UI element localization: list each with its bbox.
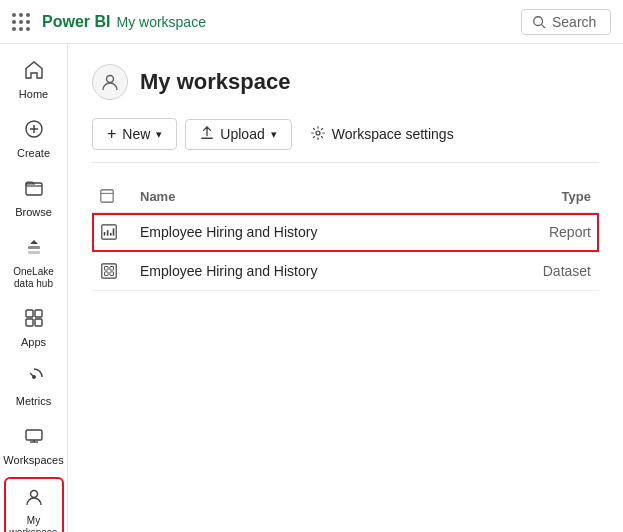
- create-icon: [24, 119, 44, 144]
- svg-rect-11: [35, 319, 42, 326]
- sidebar-item-browse[interactable]: Browse: [4, 170, 64, 227]
- sidebar-item-apps-label: Apps: [21, 336, 46, 349]
- dataset-icon: [100, 262, 140, 280]
- search-icon: [532, 15, 546, 29]
- svg-line-1: [542, 24, 546, 28]
- onelake-icon: [24, 238, 44, 263]
- svg-rect-28: [110, 272, 114, 276]
- svg-point-14: [30, 491, 37, 498]
- sidebar-item-workspaces-label: Workspaces: [3, 454, 63, 467]
- my-workspace-icon: [24, 487, 44, 512]
- svg-rect-6: [28, 246, 40, 249]
- main-content: My workspace + New ▾ Upload ▾ Workspace …: [68, 44, 623, 532]
- workspace-settings-button[interactable]: Workspace settings: [300, 119, 464, 150]
- browse-icon: [24, 178, 44, 203]
- sidebar-item-browse-label: Browse: [15, 206, 52, 219]
- col-type-header: Type: [491, 189, 591, 206]
- sidebar-item-metrics[interactable]: Metrics: [4, 359, 64, 416]
- report-icon: [100, 223, 140, 241]
- svg-rect-8: [26, 310, 33, 317]
- row-name: Employee Hiring and History: [140, 263, 491, 279]
- plus-icon: +: [107, 125, 116, 143]
- svg-rect-17: [101, 190, 113, 202]
- sidebar-item-onelake[interactable]: OneLake data hub: [4, 230, 64, 298]
- workspaces-icon: [24, 426, 44, 451]
- search-label: Search: [552, 14, 596, 30]
- workspace-settings-label: Workspace settings: [332, 126, 454, 142]
- row-name: Employee Hiring and History: [140, 224, 491, 240]
- svg-point-15: [107, 76, 114, 83]
- upload-label: Upload: [220, 126, 264, 142]
- svg-rect-5: [26, 183, 42, 195]
- sidebar-item-create-label: Create: [17, 147, 50, 160]
- sidebar-item-metrics-label: Metrics: [16, 395, 51, 408]
- topbar-workspace-link[interactable]: My workspace: [116, 14, 205, 30]
- sidebar-item-workspaces[interactable]: Workspaces: [4, 418, 64, 475]
- svg-point-0: [534, 16, 543, 25]
- sidebar-item-home-label: Home: [19, 88, 48, 101]
- apps-icon: [24, 308, 44, 333]
- main-layout: Home Create Browse OneLake data hub Apps: [0, 44, 623, 532]
- svg-rect-9: [35, 310, 42, 317]
- upload-chevron-icon: ▾: [271, 128, 277, 141]
- svg-rect-10: [26, 319, 33, 326]
- toolbar: + New ▾ Upload ▾ Workspace settings: [92, 118, 599, 163]
- sidebar-item-my-workspace[interactable]: My workspace: [4, 477, 64, 532]
- new-button[interactable]: + New ▾: [92, 118, 177, 150]
- page-title: My workspace: [140, 69, 290, 95]
- app-menu-icon[interactable]: [12, 13, 30, 31]
- page-header: My workspace: [92, 64, 599, 100]
- sidebar-item-create[interactable]: Create: [4, 111, 64, 168]
- brand-logo: Power BI: [42, 13, 110, 31]
- sidebar-item-home[interactable]: Home: [4, 52, 64, 109]
- search-box[interactable]: Search: [521, 9, 611, 35]
- svg-rect-24: [102, 264, 116, 278]
- sidebar-item-apps[interactable]: Apps: [4, 300, 64, 357]
- svg-rect-27: [105, 272, 109, 276]
- sidebar-item-onelake-label: OneLake data hub: [13, 266, 54, 290]
- home-icon: [24, 60, 44, 85]
- topbar: Power BI My workspace Search: [0, 0, 623, 44]
- table-row[interactable]: Employee Hiring and History Dataset: [92, 252, 599, 291]
- table-header: Name Type: [92, 183, 599, 213]
- svg-rect-25: [105, 267, 109, 271]
- sidebar: Home Create Browse OneLake data hub Apps: [0, 44, 68, 532]
- svg-rect-7: [28, 251, 40, 254]
- svg-rect-13: [26, 430, 42, 440]
- data-table: Name Type Employee Hiring and History Re…: [92, 183, 599, 291]
- new-label: New: [122, 126, 150, 142]
- col-name-header: Name: [140, 189, 491, 206]
- svg-rect-26: [110, 267, 114, 271]
- workspace-avatar: [92, 64, 128, 100]
- settings-icon: [310, 125, 326, 144]
- metrics-icon: [24, 367, 44, 392]
- upload-icon: [200, 126, 214, 143]
- row-type: Dataset: [491, 263, 591, 279]
- svg-point-16: [316, 131, 320, 135]
- upload-button[interactable]: Upload ▾: [185, 119, 291, 150]
- row-type: Report: [491, 224, 591, 240]
- sidebar-item-my-workspace-label: My workspace: [10, 515, 58, 532]
- new-chevron-icon: ▾: [156, 128, 162, 141]
- col-icon-header: [100, 189, 140, 206]
- table-row[interactable]: Employee Hiring and History Report: [92, 213, 599, 252]
